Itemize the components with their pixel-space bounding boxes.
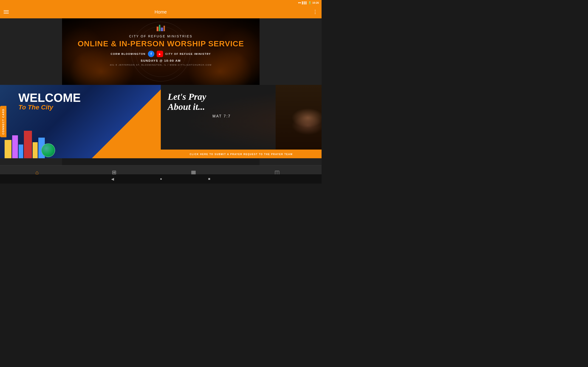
more-vertical-icon[interactable]: ⋮ <box>313 9 318 15</box>
status-bar: ▾▾ ▌▌▌ 🔋 10:26 <box>0 0 321 6</box>
hero-social-row: CORM BLOOMINGTON f ▶ CITY OF REFUGE IMIN… <box>62 51 259 57</box>
hero-schedule: SUNDAYS @ 10:00 AM <box>62 59 259 62</box>
signal-icon: ▌▌▌ <box>302 1 307 4</box>
building-red <box>24 131 32 158</box>
page-title: Home <box>155 9 167 15</box>
home-button[interactable]: ● <box>160 177 162 181</box>
building-yellow <box>5 140 11 158</box>
connect-card-tab[interactable]: CONNECT CARD <box>0 106 6 137</box>
building-purple <box>12 135 18 158</box>
status-icons: ▾▾ ▌▌▌ 🔋 10:26 <box>298 1 319 4</box>
battery-icon: 🔋 <box>308 1 311 4</box>
recents-button[interactable]: ■ <box>208 177 210 181</box>
system-navigation-bar: ◀ ● ■ <box>0 174 321 184</box>
hero-text-block: CITY OF REFUGE MINISTRIES ONLINE & IN-PE… <box>62 34 259 66</box>
facebook-icon[interactable]: f <box>148 51 154 57</box>
welcome-panel[interactable]: CONNECT CARD WELCOME To The City ✝ <box>0 85 161 158</box>
welcome-triangle-decoration <box>92 90 161 158</box>
time-display: 10:26 <box>312 1 319 4</box>
hamburger-menu-icon[interactable] <box>4 10 9 14</box>
social-left-label: CORM BLOOMINGTON <box>111 52 146 55</box>
app-bar: Home ⋮ <box>0 6 321 18</box>
hero-logo <box>155 23 166 33</box>
social-right-label: CITY OF REFUGE IMINISTRY <box>165 52 211 55</box>
building-blue <box>19 144 23 158</box>
city-skyline <box>5 131 45 158</box>
building-4 <box>164 26 165 31</box>
back-button[interactable]: ◀ <box>111 177 114 181</box>
clasped-hands-visual <box>276 85 321 158</box>
youtube-icon[interactable]: ▶ <box>157 51 163 57</box>
hero-banner: CITY OF REFUGE MINISTRIES ONLINE & IN-PE… <box>62 18 259 85</box>
bottom-grid: CONNECT CARD WELCOME To The City ✝ <box>0 85 321 158</box>
building-2 <box>159 25 160 31</box>
welcome-title: WELCOME <box>18 92 81 104</box>
building-yellow2 <box>33 142 38 158</box>
prayer-cta-text: CLICK HERE TO SUBMIT A PRAYER REQUEST TO… <box>190 153 293 156</box>
prayer-title: Let's PrayAbout it... <box>168 92 276 112</box>
cross-icon: ✝ <box>37 96 41 103</box>
building-3 <box>161 27 163 31</box>
logo-buildings <box>157 25 165 31</box>
church-logo-icon <box>155 23 166 33</box>
globe-icon <box>41 143 55 157</box>
prayer-cta-bar[interactable]: CLICK HERE TO SUBMIT A PRAYER REQUEST TO… <box>161 150 321 158</box>
content-area: CITY OF REFUGE MINISTRIES ONLINE & IN-PE… <box>0 18 321 158</box>
welcome-subtitle: To The City <box>18 104 81 111</box>
prayer-text-block: Let's PrayAbout it... MAT 7:7 <box>168 92 276 118</box>
prayer-panel[interactable]: Let's PrayAbout it... MAT 7:7 CLICK HERE… <box>161 85 321 158</box>
hero-headline: ONLINE & IN-PERSON WORSHIP SERVICE <box>62 40 259 48</box>
hero-address: 401 E JEFFERSON ST. BLOOMINGTON, IL / WW… <box>62 64 259 66</box>
connect-card-label: CONNECT CARD <box>2 108 5 134</box>
prayer-verse: MAT 7:7 <box>168 114 276 118</box>
building-1 <box>157 27 158 31</box>
wifi-icon: ▾▾ <box>298 1 301 4</box>
hero-organization: CITY OF REFUGE MINISTRIES <box>62 34 259 38</box>
welcome-text-block: WELCOME To The City <box>18 92 81 111</box>
